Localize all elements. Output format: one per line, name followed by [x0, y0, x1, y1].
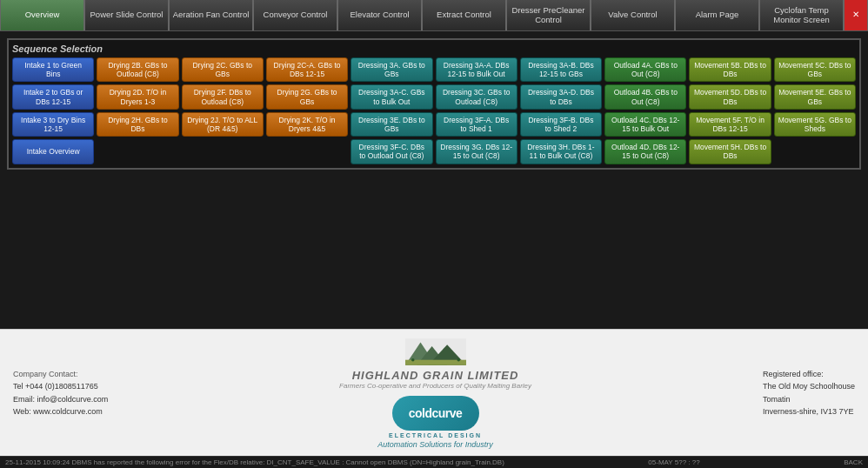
coldcurve-text: coldcurve [409, 406, 463, 420]
seq-drying-2d[interactable]: Drying 2D. T/O in Dryers 1-3 [97, 84, 178, 109]
seq-drying-2k[interactable]: Drying 2K. T/O in Dryers 4&5 [266, 112, 348, 137]
svg-point-32 [457, 358, 460, 362]
nav-elevator[interactable]: Elevator Control [337, 0, 422, 30]
seq-dressing-3ac[interactable]: Dressing 3A-C. GBs to Bulk Out [351, 84, 432, 109]
tel-info: Tel +044 (0)1808511765 [13, 380, 108, 392]
nav-extract[interactable]: Extract Control [422, 0, 506, 30]
seq-dressing-3ad[interactable]: Dressing 3A-D. DBs to DBs [520, 84, 602, 109]
address-line3: Inverness-shire, IV13 7YE [763, 405, 855, 418]
nav-dresser[interactable]: Dresser PreCleaner Control [506, 0, 591, 30]
seq-intake3[interactable]: Intake 3 to Dry Bins 12-15 [12, 112, 94, 137]
address-line2: Tomatin [763, 393, 855, 405]
seq-drying-2f[interactable]: Drying 2F. DBs to Outload (C8) [182, 84, 264, 109]
seq-movement-5d[interactable]: Movement 5D. DBs to DBs [689, 84, 771, 109]
seq-outload-4d[interactable]: Outload 4D. DBs 12-15 to Out (C8) [604, 139, 686, 164]
seq-empty-3 [266, 139, 348, 164]
status-middle: 05-MAY 5?? : ?? [648, 458, 699, 466]
highland-grain-logo-area: HIGHLAND GRAIN LIMITED Farmers Co-operat… [339, 337, 531, 390]
svg-point-31 [411, 358, 415, 362]
sequence-grid: Intake 1 to Green Bins Drying 2B. GBs to… [12, 57, 856, 164]
registered-label: Registered office: [763, 368, 855, 380]
coldcurve-tagline: ELECTRICAL DESIGN [389, 432, 482, 438]
web-info: Web: www.coldcurve.com [13, 405, 108, 418]
seq-drying-2j[interactable]: Drying 2J. T/O to ALL (DR 4&5) [182, 112, 264, 137]
nav-power-slide[interactable]: Power Slide Control [84, 0, 169, 30]
seq-movement-5h[interactable]: Movement 5H. DBs to DBs [689, 139, 771, 164]
highland-grain-icon [339, 337, 531, 369]
svg-rect-30 [405, 360, 466, 365]
nav-alarm[interactable]: Alarm Page [675, 0, 759, 30]
seq-movement-5c[interactable]: Movement 5C. DBs to GBs [774, 57, 856, 82]
seq-drying-2h[interactable]: Drying 2H. GBs to DBs [97, 112, 178, 137]
main-area: Sequence Selection Intake 1 to Green Bin… [0, 31, 868, 468]
nav-valve[interactable]: Valve Control [591, 0, 675, 30]
coldcurve-logo: coldcurve ELECTRICAL DESIGN Automation S… [377, 396, 493, 449]
seq-dressing-3g[interactable]: Dressing 3G. DBs 12-15 to Out (C8) [436, 139, 517, 164]
seq-intake1-green-bins[interactable]: Intake 1 to Green Bins [12, 57, 94, 82]
center-logo-area: HIGHLAND GRAIN LIMITED Farmers Co-operat… [339, 337, 531, 449]
seq-drying-2b[interactable]: Drying 2B. GBs to Outload (C8) [97, 57, 178, 82]
coldcurve-circle: coldcurve [392, 396, 479, 431]
sequence-title: Sequence Selection [12, 43, 856, 54]
seq-dressing-3fc[interactable]: Dressing 3F-C. DBs to Outload Out (C8) [351, 139, 432, 164]
email-info: Email: info@coldcurve.com [13, 393, 108, 405]
seq-drying-2c[interactable]: Drying 2C. GBs to GBs [182, 57, 264, 82]
seq-outload-4c[interactable]: Outload 4C. DBs 12-15 to Bulk Out [604, 112, 686, 137]
info-area: Company Contact: Tel +044 (0)1808511765 … [0, 329, 868, 456]
seq-dressing-3fa[interactable]: Dressing 3F-A. DBs to Shed 1 [436, 112, 517, 137]
status-right[interactable]: BACK [844, 458, 863, 466]
registered-office: Registered office: The Old Moy Schoolhou… [763, 368, 855, 418]
seq-movement-5e[interactable]: Movement 5E. GBs to GBs [774, 84, 856, 109]
seq-dressing-3c[interactable]: Dressing 3C. GBs to Outload (C8) [436, 84, 517, 109]
seq-movement-5b[interactable]: Movement 5B. DBs to DBs [689, 57, 771, 82]
seq-intake2[interactable]: Intake 2 to GBs or DBs 12-15 [12, 84, 94, 109]
seq-dressing-3aa[interactable]: Dressing 3A-A. DBs 12-15 to Bulk Out [436, 57, 517, 82]
seq-dressing-3a[interactable]: Dressing 3A. GBs to GBs [351, 57, 432, 82]
seq-dressing-3e[interactable]: Dressing 3E. DBs to GBs [351, 112, 432, 137]
seq-outload-4b[interactable]: Outload 4B. GBs to Out (C8) [604, 84, 686, 109]
nav-aeration-fan[interactable]: Aeration Fan Control [169, 0, 253, 30]
seq-intake-overview[interactable]: Intake Overview [12, 139, 94, 164]
highland-grain-name: HIGHLAND GRAIN LIMITED [339, 369, 531, 382]
seq-movement-5g[interactable]: Movement 5G. GBs to Sheds [774, 112, 856, 137]
seq-dressing-3fb[interactable]: Dressing 3F-B. DBs to Shed 2 [520, 112, 602, 137]
nav-close-button[interactable]: ✕ [844, 0, 868, 30]
status-bar: 25-11-2015 10:09:24 DBMS has reported th… [0, 456, 868, 468]
contact-label: Company Contact: [13, 368, 108, 380]
coldcurve-sub: Automation Solutions for Industry [377, 440, 493, 449]
nav-overview[interactable]: Overview [0, 0, 84, 30]
seq-empty-1 [97, 139, 178, 164]
address-line1: The Old Moy Schoolhouse [763, 380, 855, 392]
status-left: 25-11-2015 10:09:24 DBMS has reported th… [5, 458, 504, 466]
seq-outload-4a[interactable]: Outload 4A. GBs to Out (C8) [604, 57, 686, 82]
seq-dressing-3ab[interactable]: Dressing 3A-B. DBs 12-15 to GBs [520, 57, 602, 82]
sequence-panel: Sequence Selection Intake 1 to Green Bin… [7, 38, 861, 170]
nav-cyclofan[interactable]: Cyclofan Temp Monitor Screen [759, 0, 844, 30]
seq-empty-4 [774, 139, 856, 164]
seq-drying-2ca[interactable]: Drying 2C-A. GBs to DBs 12-15 [266, 57, 348, 82]
top-navigation: Overview Power Slide Control Aeration Fa… [0, 0, 868, 31]
seq-dressing-3h[interactable]: Dressing 3H. DBs 1-11 to Bulk Out (C8) [520, 139, 602, 164]
highland-grain-sub: Farmers Co-operative and Producers of Qu… [339, 382, 531, 390]
seq-drying-2g[interactable]: Drying 2G. GBs to GBs [266, 84, 348, 109]
seq-movement-5f[interactable]: Movement 5F. T/O in DBs 12-15 [689, 112, 771, 137]
seq-empty-2 [182, 139, 264, 164]
nav-conveyor[interactable]: Conveyor Control [253, 0, 337, 30]
company-contact: Company Contact: Tel +044 (0)1808511765 … [13, 368, 108, 418]
